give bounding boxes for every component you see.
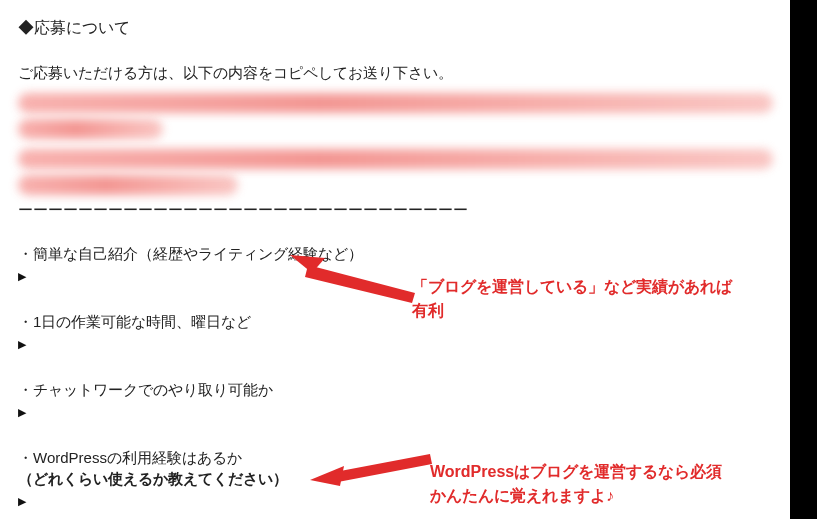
document-page: ◆応募について ご応募いただける方は、以下の内容をコピペしてお送り下さい。 ーー… xyxy=(0,0,790,519)
redacted-line xyxy=(18,119,163,139)
section-heading: ◆応募について xyxy=(18,18,790,39)
divider-line: ーーーーーーーーーーーーーーーーーーーーーーーーーーーーーー xyxy=(18,201,790,220)
annotation-line: 有利 xyxy=(412,302,444,319)
redacted-line xyxy=(18,175,238,195)
annotation-text: WordPressはブログを運営するなら必須 かんたんに覚えれますよ♪ xyxy=(430,460,722,508)
item-label: ・簡単な自己紹介（経歴やライティング経験など） xyxy=(18,245,790,264)
intro-text: ご応募いただける方は、以下の内容をコピペしてお送り下さい。 xyxy=(18,64,790,83)
redacted-block xyxy=(18,93,773,193)
list-item: ・チャットワークでのやり取り可能か ▶ xyxy=(18,381,790,419)
item-label: ・チャットワークでのやり取り可能か xyxy=(18,381,790,400)
triangle-icon: ▶ xyxy=(18,338,790,351)
redacted-line xyxy=(18,149,773,169)
annotation-line: WordPressはブログを運営するなら必須 xyxy=(430,463,722,480)
annotation-line: 「ブログを運営している」など実績があれば xyxy=(412,278,732,295)
annotation-line: かんたんに覚えれますよ♪ xyxy=(430,487,614,504)
triangle-icon: ▶ xyxy=(18,406,790,419)
annotation-text: 「ブログを運営している」など実績があれば 有利 xyxy=(412,275,732,323)
redacted-line xyxy=(18,93,773,113)
